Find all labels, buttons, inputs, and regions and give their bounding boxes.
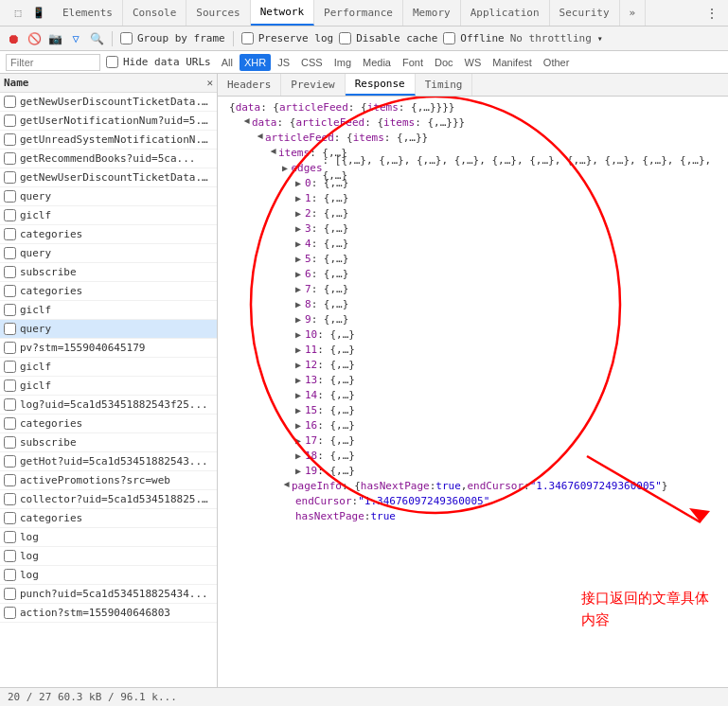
request-item[interactable]: log: [0, 528, 217, 547]
camera-button[interactable]: 📷: [47, 31, 62, 46]
request-item[interactable]: categories: [0, 509, 217, 528]
request-checkbox[interactable]: [4, 550, 16, 562]
request-checkbox[interactable]: [4, 361, 16, 373]
tree-line[interactable]: ▶ 8: {,…}: [225, 297, 720, 312]
tree-line[interactable]: hasNextPage: true: [225, 509, 720, 524]
request-checkbox[interactable]: [4, 455, 16, 468]
filter-input[interactable]: [6, 54, 100, 71]
request-checkbox[interactable]: [4, 474, 16, 486]
filter-css[interactable]: CSS: [296, 54, 328, 71]
tree-line[interactable]: ▶ 3: {,…}: [225, 221, 720, 237]
tree-line[interactable]: {data: {articleFeed: {items: {,…}}}}: [225, 100, 720, 115]
filter-all[interactable]: All: [217, 54, 238, 71]
search-button[interactable]: 🔍: [89, 31, 104, 46]
offline-checkbox[interactable]: [443, 32, 455, 44]
tree-line[interactable]: ▶ 4: {,…}: [225, 237, 720, 252]
filter-other[interactable]: Other: [539, 54, 575, 71]
preserve-log-checkbox[interactable]: [241, 32, 254, 44]
request-item[interactable]: giclf: [0, 358, 217, 377]
tree-line[interactable]: endCursor: "1.34676097249360005": [225, 494, 720, 509]
request-item[interactable]: punch?uid=5ca1d534518825434...: [0, 585, 217, 604]
request-checkbox[interactable]: [4, 152, 16, 165]
tree-line[interactable]: ▶ 14: {,…}: [225, 388, 720, 403]
request-checkbox[interactable]: [4, 115, 16, 127]
tree-line[interactable]: ▶ 2: {,…}: [225, 206, 720, 221]
request-item[interactable]: activePromotions?src=web: [0, 471, 217, 490]
sub-tab-response[interactable]: Response: [346, 74, 416, 96]
devtools-mobile-icon[interactable]: 📱: [30, 5, 47, 22]
request-checkbox[interactable]: [4, 607, 16, 619]
filter-media[interactable]: Media: [358, 54, 396, 71]
request-checkbox[interactable]: [4, 342, 16, 354]
request-checkbox[interactable]: [4, 436, 16, 449]
group-by-frame-checkbox[interactable]: [120, 32, 133, 44]
tab-console[interactable]: Console: [123, 0, 186, 26]
request-checkbox[interactable]: [4, 190, 16, 203]
tree-line[interactable]: ▶ 16: {,…}: [225, 418, 720, 433]
request-checkbox[interactable]: [4, 569, 16, 581]
request-item[interactable]: log?uid=5ca1d53451882543f25...: [0, 396, 217, 415]
request-item[interactable]: subscribe: [0, 433, 217, 452]
record-button[interactable]: ⏺: [6, 31, 21, 46]
request-item[interactable]: categories: [0, 282, 217, 301]
tree-line[interactable]: ▶ 1: {,…}: [225, 191, 720, 206]
request-checkbox[interactable]: [4, 531, 16, 543]
tree-line[interactable]: ▼ pageInfo: {hasNextPage: true, endCurso…: [225, 479, 720, 494]
request-checkbox[interactable]: [4, 247, 16, 259]
tree-line[interactable]: ▶ 18: {,…}: [225, 449, 720, 464]
request-item[interactable]: getNewUserDiscountTicketData...: [0, 168, 217, 187]
request-item[interactable]: subscribe: [0, 263, 217, 282]
tree-line[interactable]: ▶ 10: {,…}: [225, 327, 720, 343]
request-checkbox[interactable]: [4, 285, 16, 297]
request-item[interactable]: log: [0, 547, 217, 566]
request-checkbox[interactable]: [4, 323, 16, 335]
request-checkbox[interactable]: [4, 266, 16, 278]
request-checkbox[interactable]: [4, 398, 16, 411]
request-checkbox[interactable]: [4, 133, 16, 146]
tree-line[interactable]: ▼ data: {articleFeed: {items: {,…}}}: [225, 115, 720, 131]
sub-tab-preview[interactable]: Preview: [281, 74, 345, 96]
disable-cache-checkbox[interactable]: [339, 32, 351, 44]
request-checkbox[interactable]: [4, 588, 16, 600]
filter-xhr[interactable]: XHR: [240, 54, 271, 71]
request-checkbox[interactable]: [4, 379, 16, 392]
request-item[interactable]: getHot?uid=5ca1d53451882543...: [0, 452, 217, 471]
filter-font[interactable]: Font: [398, 54, 428, 71]
tree-line[interactable]: ▶ 5: {,…}: [225, 252, 720, 267]
request-item[interactable]: getRecommendBooks?uid=5ca...: [0, 150, 217, 168]
close-panel-icon[interactable]: ✕: [206, 77, 213, 89]
request-checkbox[interactable]: [4, 171, 16, 184]
request-item[interactable]: log: [0, 566, 217, 585]
throttling-dropdown-arrow[interactable]: ▾: [597, 33, 603, 44]
request-item[interactable]: query: [0, 320, 217, 339]
request-item[interactable]: query: [0, 187, 217, 206]
request-checkbox[interactable]: [4, 493, 16, 505]
tab-sources[interactable]: Sources: [186, 0, 250, 26]
tree-line[interactable]: ▶ edges: [{,…}, {,…}, {,…}, {,…}, {,…}, …: [225, 161, 720, 176]
no-throttling-label[interactable]: No throttling: [510, 32, 592, 44]
tab-security[interactable]: Security: [550, 0, 620, 26]
tree-line[interactable]: ▶ 13: {,…}: [225, 373, 720, 388]
request-item[interactable]: pv?stm=1559040645179: [0, 339, 217, 358]
tab-elements[interactable]: Elements: [53, 0, 123, 26]
request-checkbox[interactable]: [4, 209, 16, 221]
tree-line[interactable]: ▶ 17: {,…}: [225, 433, 720, 449]
tab-network[interactable]: Network: [251, 0, 314, 26]
tree-line[interactable]: ▶ 9: {,…}: [225, 312, 720, 327]
tab-memory[interactable]: Memory: [403, 0, 461, 26]
request-item[interactable]: categories: [0, 225, 217, 244]
tree-line[interactable]: ▶ 11: {,…}: [225, 343, 720, 358]
filter-doc[interactable]: Doc: [430, 54, 458, 71]
hide-data-urls-checkbox[interactable]: [106, 56, 118, 68]
tab-application[interactable]: Application: [461, 0, 550, 26]
filter-manifest[interactable]: Manifest: [488, 54, 537, 71]
tree-line[interactable]: ▶ 15: {,…}: [225, 403, 720, 418]
request-item[interactable]: action?stm=1559040646803: [0, 604, 217, 623]
filter-img[interactable]: Img: [329, 54, 356, 71]
request-checkbox[interactable]: [4, 417, 16, 430]
tree-line[interactable]: ▶ 7: {,…}: [225, 282, 720, 297]
clear-button[interactable]: 🚫: [27, 31, 42, 46]
request-item[interactable]: getNewUserDiscountTicketData...: [0, 93, 217, 112]
request-item[interactable]: getUnreadSystemNotificationN...: [0, 131, 217, 150]
request-checkbox[interactable]: [4, 512, 16, 524]
